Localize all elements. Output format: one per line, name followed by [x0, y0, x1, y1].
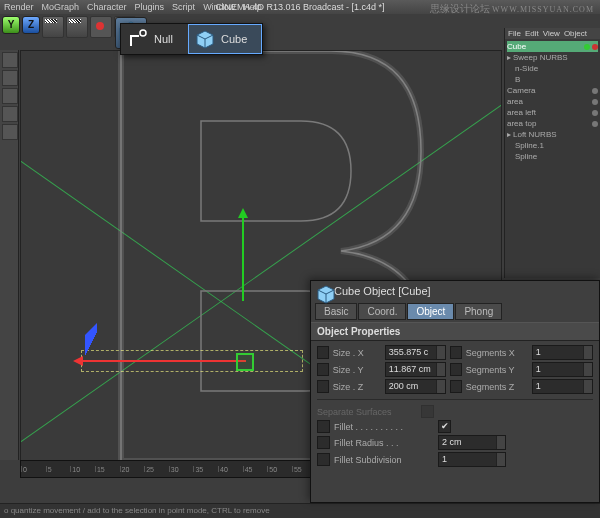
tree-row-nside[interactable]: n-Side: [507, 63, 598, 74]
sepsurf-check: [421, 405, 434, 418]
menu-help[interactable]: Help: [243, 2, 262, 12]
watermark: 思缘设计论坛 WWW.MISSYUAN.COM: [430, 2, 594, 16]
left-tool-4[interactable]: [2, 106, 18, 122]
fillets-enable[interactable]: [317, 453, 330, 466]
left-tool-3[interactable]: [2, 88, 18, 104]
fillet-label: Fillet . . . . . . . . . .: [334, 422, 434, 432]
axis-z-badge[interactable]: Z: [22, 16, 40, 34]
segz-input[interactable]: 1: [532, 379, 593, 394]
om-object[interactable]: Object: [564, 29, 587, 38]
sizez-enable[interactable]: [317, 380, 329, 393]
sizex-input[interactable]: 355.875 c: [385, 345, 446, 360]
menu-plugins[interactable]: Plugins: [135, 2, 165, 12]
sizex-enable[interactable]: [317, 346, 329, 359]
tab-phong[interactable]: Phong: [455, 303, 502, 320]
menu-script[interactable]: Script: [172, 2, 195, 12]
om-edit[interactable]: Edit: [525, 29, 539, 38]
sepsurf-label: Separate Surfaces: [317, 407, 417, 417]
cube-label: Cube: [221, 33, 247, 45]
sizez-input[interactable]: 200 cm: [385, 379, 446, 394]
attr-header: Cube Object [Cube]: [311, 281, 599, 301]
axis-badges: Y Z: [2, 16, 40, 34]
menu-window[interactable]: Window: [203, 2, 235, 12]
sizey-enable[interactable]: [317, 363, 329, 376]
cube-icon: [195, 29, 215, 49]
segz-label: Segments Z: [466, 382, 528, 392]
axis-y-arrow[interactable]: [242, 211, 244, 301]
object-tree: Cube ▸Sweep NURBS n-Side B Camera area a…: [505, 39, 600, 164]
status-bar: o quantize movement / add to the selecti…: [0, 503, 600, 518]
segx-enable[interactable]: [450, 346, 462, 359]
segy-enable[interactable]: [450, 363, 462, 376]
segy-label: Segments Y: [466, 365, 528, 375]
null-icon: [128, 29, 148, 49]
fillets-input[interactable]: 1: [438, 452, 506, 467]
sizey-input[interactable]: 11.867 cm: [385, 362, 446, 377]
sizey-label: Size . Y: [333, 365, 381, 375]
cube-option[interactable]: Cube: [188, 24, 262, 54]
segy-input[interactable]: 1: [532, 362, 593, 377]
tab-coord[interactable]: Coord.: [358, 303, 406, 320]
tree-row-spline1[interactable]: Spline.1: [507, 140, 598, 151]
fillet-check[interactable]: ✔: [438, 420, 451, 433]
left-tool-2[interactable]: [2, 70, 18, 86]
tree-row-cube[interactable]: Cube: [507, 41, 598, 52]
fillets-label: Fillet Subdivision: [334, 455, 434, 465]
left-tool-1[interactable]: [2, 52, 18, 68]
object-manager: File Edit View Object Cube ▸Sweep NURBS …: [504, 28, 600, 278]
tree-row-area[interactable]: area: [507, 96, 598, 107]
tab-object[interactable]: Object: [407, 303, 454, 320]
null-label: Null: [154, 33, 173, 45]
tree-row-spline[interactable]: Spline: [507, 151, 598, 162]
om-view[interactable]: View: [543, 29, 560, 38]
svg-point-2: [140, 30, 146, 36]
null-option[interactable]: Null: [121, 24, 188, 54]
object-manager-menu: File Edit View Object: [505, 28, 600, 39]
filletr-input[interactable]: 2 cm: [438, 435, 506, 450]
render-icon[interactable]: [42, 16, 64, 38]
attr-tabs: Basic Coord. Object Phong: [311, 301, 599, 322]
tree-row-loft[interactable]: ▸Loft NURBS: [507, 129, 598, 140]
render-settings-icon[interactable]: [90, 16, 112, 38]
segx-input[interactable]: 1: [532, 345, 593, 360]
filletr-enable[interactable]: [317, 436, 330, 449]
left-toolbar: [0, 50, 19, 460]
left-tool-5[interactable]: [2, 124, 18, 140]
segx-label: Segments X: [466, 348, 528, 358]
tab-basic[interactable]: Basic: [315, 303, 357, 320]
section-object-properties: Object Properties: [311, 322, 599, 341]
attr-title: Cube Object [Cube]: [334, 285, 431, 297]
axis-center-handle[interactable]: [236, 353, 254, 371]
om-file[interactable]: File: [508, 29, 521, 38]
tree-row-area-left[interactable]: area left: [507, 107, 598, 118]
tree-row-area-top[interactable]: area top: [507, 118, 598, 129]
menu-mograph[interactable]: MoGraph: [42, 2, 80, 12]
menu-character[interactable]: Character: [87, 2, 127, 12]
primitive-popup: Null Cube: [120, 23, 263, 55]
sizex-label: Size . X: [333, 348, 381, 358]
sizez-label: Size . Z: [333, 382, 381, 392]
tree-row-sweep[interactable]: ▸Sweep NURBS: [507, 52, 598, 63]
menu-render[interactable]: Render: [4, 2, 34, 12]
fillet-enable[interactable]: [317, 420, 330, 433]
properties-grid: Size . X 355.875 c Segments X 1 Size . Y…: [311, 341, 599, 471]
tree-row-camera[interactable]: Camera: [507, 85, 598, 96]
filletr-label: Fillet Radius . . .: [334, 438, 434, 448]
axis-y-badge[interactable]: Y: [2, 16, 20, 34]
attribute-manager: Cube Object [Cube] Basic Coord. Object P…: [310, 280, 600, 503]
axis-x-arrow[interactable]: [76, 360, 246, 362]
render-region-icon[interactable]: [66, 16, 88, 38]
segz-enable[interactable]: [450, 380, 462, 393]
tree-row-b[interactable]: B: [507, 74, 598, 85]
cube-icon-small: [316, 284, 330, 298]
